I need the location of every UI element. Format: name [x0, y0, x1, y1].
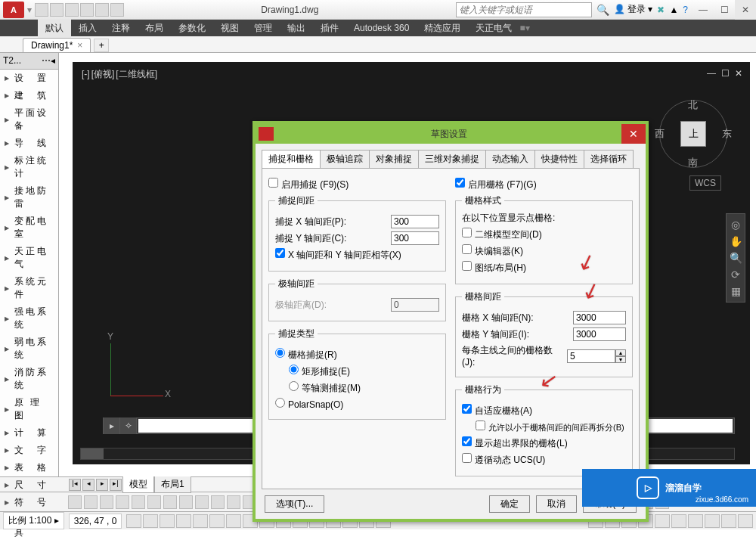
toolbar-icon[interactable]: [179, 495, 193, 509]
grid-y-input[interactable]: [573, 327, 626, 341]
status-toggle-icon[interactable]: [176, 514, 191, 528]
viewcube-face[interactable]: 上: [680, 121, 706, 147]
cmdline-history-icon[interactable]: ▸: [104, 417, 120, 434]
close-tab-icon[interactable]: ×: [77, 40, 82, 51]
menu-管理[interactable]: 管理: [246, 19, 280, 38]
menu-精选应用[interactable]: 精选应用: [417, 19, 468, 38]
dialog-close-button[interactable]: ✕: [621, 124, 646, 144]
dialog-tab[interactable]: 快捷特性: [534, 150, 584, 168]
scale-display[interactable]: 比例 1:100 ▸: [3, 512, 64, 529]
qat-new-icon[interactable]: [35, 3, 48, 17]
model-tab[interactable]: 模型: [122, 476, 154, 493]
sidebar-item[interactable]: 标注统计: [0, 152, 58, 182]
sidebar-item[interactable]: 尺 寸: [0, 476, 58, 494]
toolbar-icon[interactable]: [100, 495, 113, 509]
nav-showmotion-icon[interactable]: ▦: [731, 285, 741, 297]
menu-视图[interactable]: 视图: [213, 19, 246, 38]
spinner-down-icon[interactable]: ▼: [615, 356, 626, 363]
status-right-icon[interactable]: [721, 514, 736, 528]
sidebar-item[interactable]: 弱电系统: [0, 334, 58, 364]
sidebar-item[interactable]: 导 线: [0, 135, 58, 152]
view-cube[interactable]: 上 北 南 西 东: [659, 100, 727, 168]
nav-wheel-icon[interactable]: ◎: [731, 219, 740, 231]
status-toggle-icon[interactable]: [226, 514, 241, 528]
qat-print-icon[interactable]: [110, 3, 124, 17]
tab-nav-last[interactable]: ▸|: [110, 479, 122, 491]
grid-block-checkbox[interactable]: [462, 244, 472, 254]
tab-nav-first[interactable]: |◂: [69, 479, 81, 491]
toolbar-icon[interactable]: [116, 495, 129, 509]
sidebar-item[interactable]: 原 理 图: [0, 394, 58, 424]
sidebar-item[interactable]: 消防系统: [0, 364, 58, 394]
grid-layout-checkbox[interactable]: [462, 261, 472, 271]
viewcube-west[interactable]: 西: [655, 127, 665, 141]
sidebar-item[interactable]: 系统元件: [0, 273, 58, 303]
side-panel-menu-icon[interactable]: ⋯◂: [42, 55, 55, 67]
status-toggle-icon[interactable]: [193, 514, 208, 528]
ok-button[interactable]: 确定: [489, 495, 530, 513]
vp-close-icon[interactable]: ✕: [733, 68, 744, 79]
polarsnap-radio[interactable]: [275, 398, 285, 408]
qat-undo-icon[interactable]: [80, 3, 94, 17]
toolbar-icon[interactable]: [211, 495, 225, 509]
enable-snap-checkbox[interactable]: [268, 178, 278, 188]
help-icon[interactable]: ?: [683, 5, 688, 15]
minimize-button[interactable]: —: [692, 0, 714, 20]
side-panel-header[interactable]: T2... ⋯◂: [0, 53, 58, 70]
snap-y-input[interactable]: [391, 231, 439, 245]
iso-snap-radio[interactable]: [289, 381, 299, 391]
status-right-icon[interactable]: [655, 514, 670, 528]
grid-2d-checkbox[interactable]: [462, 228, 472, 237]
menu-参数化[interactable]: 参数化: [171, 19, 213, 38]
toolbar-icon[interactable]: [84, 495, 98, 509]
toolbar-icon[interactable]: [163, 495, 177, 509]
grid-snap-radio[interactable]: [275, 348, 285, 358]
menu-输出[interactable]: 输出: [280, 19, 313, 38]
menu-默认[interactable]: 默认: [38, 19, 71, 38]
sidebar-item[interactable]: 接地防雷: [0, 182, 58, 213]
sidebar-item[interactable]: 计 算: [0, 424, 58, 442]
vp-restore-icon[interactable]: ☐: [720, 68, 730, 79]
sidebar-item[interactable]: 符 号: [0, 494, 58, 511]
nav-orbit-icon[interactable]: ⟳: [731, 268, 740, 281]
spinner-up-icon[interactable]: ▲: [615, 349, 626, 356]
layout1-tab[interactable]: 布局1: [154, 476, 191, 493]
sidebar-item[interactable]: 建 筑: [0, 87, 58, 104]
sidebar-item[interactable]: 强电系统: [0, 303, 58, 334]
maximize-button[interactable]: ☐: [714, 0, 735, 20]
subdiv-checkbox[interactable]: [476, 421, 485, 430]
toolbar-icon[interactable]: [132, 495, 145, 509]
viewcube-south[interactable]: 南: [688, 156, 698, 169]
snap-x-input[interactable]: [391, 215, 439, 228]
dialog-tab[interactable]: 极轴追踪: [320, 150, 370, 168]
menu-插入[interactable]: 插入: [71, 19, 104, 38]
search-input[interactable]: [456, 2, 592, 17]
status-toggle-icon[interactable]: [160, 514, 175, 528]
sidebar-item[interactable]: 天正电气: [0, 243, 58, 273]
qat-open-icon[interactable]: [50, 3, 64, 17]
cancel-button[interactable]: 取消: [536, 495, 577, 513]
sidebar-item[interactable]: 变配电室: [0, 213, 58, 243]
follow-ucs-checkbox[interactable]: [462, 453, 472, 463]
grid-major-spinner[interactable]: ▲▼: [567, 349, 626, 363]
adaptive-grid-checkbox[interactable]: [462, 404, 472, 414]
sidebar-item[interactable]: 表 格: [0, 459, 58, 476]
tab-nav-next[interactable]: ▸: [96, 479, 108, 491]
dialog-tab[interactable]: 选择循环: [584, 150, 634, 168]
nav-zoom-icon[interactable]: 🔍: [730, 252, 742, 264]
qat-save-icon[interactable]: [65, 3, 79, 17]
cloud-icon[interactable]: ▲: [669, 5, 678, 15]
toolbar-icon[interactable]: [147, 495, 161, 509]
dialog-tab[interactable]: 对象捕捉: [369, 150, 419, 168]
status-toggle-icon[interactable]: [126, 514, 141, 528]
toolbar-icon[interactable]: [227, 495, 240, 509]
status-right-icon[interactable]: [738, 514, 753, 528]
enable-grid-checkbox[interactable]: [455, 178, 465, 188]
sidebar-item[interactable]: 文 字: [0, 442, 58, 459]
options-button[interactable]: 选项(T)...: [265, 495, 324, 513]
sidebar-item[interactable]: 设 置: [0, 70, 58, 87]
document-tab[interactable]: Drawing1* ×: [23, 38, 91, 52]
close-button[interactable]: ✕: [735, 0, 756, 20]
login-label[interactable]: 👤 登录 ▾: [614, 3, 653, 16]
menu-注释[interactable]: 注释: [104, 19, 138, 38]
